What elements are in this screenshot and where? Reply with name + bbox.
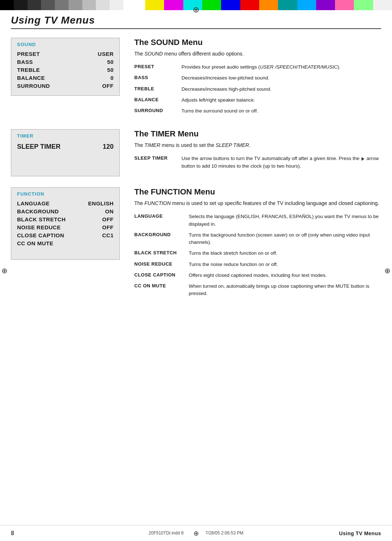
sound-treble-value: 50 — [107, 67, 114, 73]
top-compass-icon: ⊕ — [193, 5, 199, 15]
sound-section: SOUND PRESET USER BASS 50 TREBLE 50 BALA… — [11, 38, 381, 118]
sound-intro-em: SOUND — [144, 51, 163, 57]
function-menu-row-blackstretch: BLACK STRETCH OFF — [17, 216, 114, 222]
function-noisereduce-value: OFF — [102, 224, 114, 230]
color-bar-blue — [221, 0, 240, 10]
function-desc-cconmute-text: When turned on, automatically brings up … — [189, 283, 381, 298]
function-desc: The FUNCTION Menu The FUNCTION menu is u… — [134, 187, 381, 301]
function-closecaption-value: CC1 — [102, 232, 114, 238]
sound-desc-surround: SURROUND Turns the surround sound on or … — [134, 107, 381, 115]
function-cconmute-label: CC ON MUTE — [17, 240, 53, 246]
timer-menu-box: TIMER SLEEP TIMER 120 — [11, 129, 120, 176]
color-bar-white2 — [110, 0, 123, 10]
function-desc-table: LANGUAGE Selects the language (ENGLISH, … — [134, 213, 381, 297]
sound-desc-preset-text: Provides four preset audio settings (USE… — [181, 63, 381, 71]
footer-filename: 20F510TDr.indd 8 — [149, 530, 184, 536]
timer-intro: The TIMER menu is used to set the SLEEP … — [134, 142, 381, 149]
function-desc-noisereduce-label: NOISE REDUCE — [134, 261, 189, 267]
footer: 8 ⊕ 20F510TDr.indd 8 7/28/05 2:06:53 PM … — [0, 525, 392, 541]
color-bar-pink — [335, 0, 354, 10]
function-menu-row-language: LANGUAGE ENGLISH — [17, 200, 114, 206]
sound-desc: The SOUND Menu The SOUND menu offers dif… — [134, 38, 381, 118]
timer-desc-sleep-text: Use the arrow buttons to turn the TV aut… — [181, 155, 381, 170]
sound-desc-treble-text: Decreases/increases high-pitched sound. — [181, 86, 381, 93]
sound-desc-treble: TREBLE Decreases/increases high-pitched … — [134, 86, 381, 93]
function-desc-language: LANGUAGE Selects the language (ENGLISH, … — [134, 213, 381, 228]
sound-desc-surround-text: Turns the surround sound on or off. — [181, 107, 381, 115]
top-bar-center: ⊕ — [123, 0, 145, 10]
timer-desc-sleep: SLEEP TIMER Use the arrow buttons to tur… — [134, 155, 381, 170]
sound-preset-label: PRESET — [17, 51, 40, 57]
sound-menu-row-bass: BASS 50 — [17, 59, 114, 65]
color-bar-purple — [316, 0, 335, 10]
main-content: Using TV Menus SOUND PRESET USER BASS 50… — [11, 15, 381, 523]
timer-desc-table: SLEEP TIMER Use the arrow buttons to tur… — [134, 155, 381, 170]
sound-surround-label: SURROUND — [17, 83, 50, 89]
timer-sleep-row: SLEEP TIMER 120 — [17, 143, 114, 151]
function-desc-blackstretch: BLACK STRETCH Turns the black stretch fu… — [134, 250, 381, 257]
function-desc-background: BACKGROUND Turns the background function… — [134, 231, 381, 246]
sound-desc-preset: PRESET Provides four preset audio settin… — [134, 63, 381, 71]
function-menu-row-noisereduce: NOISE REDUCE OFF — [17, 224, 114, 230]
timer-sleep-label: SLEEP TIMER — [17, 143, 61, 151]
function-menu-row-background: BACKGROUND ON — [17, 208, 114, 214]
timer-intro-em2: SLEEP TIMER — [216, 142, 249, 148]
function-background-value: ON — [105, 208, 114, 214]
color-bar-orange — [259, 0, 278, 10]
sound-desc-bass-text: Decreases/increases low-pitched sound. — [181, 74, 381, 82]
page-title: Using TV Menus — [11, 15, 381, 29]
timer-desc-sleep-label: SLEEP TIMER — [134, 155, 181, 161]
color-bar-ltblue — [297, 0, 316, 10]
footer-file-info: 20F510TDr.indd 8 7/28/05 2:06:53 PM — [149, 525, 244, 541]
timer-section: TIMER SLEEP TIMER 120 The TIMER Menu The… — [11, 129, 381, 176]
sound-desc-balance-text: Adjusts left/right speaker balance. — [181, 97, 381, 104]
function-section: FUNCTION LANGUAGE ENGLISH BACKGROUND ON … — [11, 187, 381, 301]
color-bar-gray3 — [69, 0, 82, 10]
sound-title: The SOUND Menu — [134, 38, 381, 47]
function-desc-noisereduce-text: Turns the noise reduce function on or of… — [189, 261, 381, 268]
color-bar-teal — [278, 0, 297, 10]
color-bar-white — [96, 0, 110, 10]
sound-balance-label: BALANCE — [17, 75, 45, 81]
function-background-label: BACKGROUND — [17, 208, 59, 214]
function-intro-em: FUNCTION — [144, 200, 171, 206]
function-desc-noisereduce: NOISE REDUCE Turns the noise reduce func… — [134, 261, 381, 268]
color-bar-ltgreen — [354, 0, 373, 10]
function-desc-closecaption-label: CLOSE CAPTION — [134, 272, 189, 278]
function-closecaption-label: CLOSE CAPTION — [17, 232, 64, 238]
function-desc-closecaption: CLOSE CAPTION Offers eight closed captio… — [134, 272, 381, 279]
sound-bass-label: BASS — [17, 59, 33, 65]
timer-title: The TIMER Menu — [134, 129, 381, 139]
function-desc-cconmute: CC ON MUTE When turned on, automatically… — [134, 283, 381, 298]
color-bar-red — [240, 0, 259, 10]
function-blackstretch-value: OFF — [102, 216, 114, 222]
color-bar-gray2 — [55, 0, 69, 10]
function-desc-blackstretch-text: Turns the black stretch function on or o… — [189, 250, 381, 257]
color-bar-gray4 — [82, 0, 96, 10]
footer-timestamp: 7/28/05 2:06:53 PM — [205, 530, 244, 536]
function-desc-blackstretch-label: BLACK STRETCH — [134, 250, 189, 255]
sound-intro: The SOUND menu offers different audio op… — [134, 50, 381, 58]
color-bar-black2 — [14, 0, 28, 10]
sound-preset-italic: USER /SPEECH/THEATER/MUSIC — [260, 64, 338, 70]
sound-desc-bass: BASS Decreases/increases low-pitched sou… — [134, 74, 381, 82]
function-language-value: ENGLISH — [88, 200, 114, 206]
sound-desc-preset-label: PRESET — [134, 63, 181, 69]
sound-preset-value: USER — [98, 51, 114, 57]
sound-desc-balance: BALANCE Adjusts left/right speaker balan… — [134, 97, 381, 104]
timer-menu-header: TIMER — [17, 133, 114, 139]
sound-treble-label: TREBLE — [17, 67, 40, 73]
color-bar-magenta — [164, 0, 183, 10]
sound-menu-box: SOUND PRESET USER BASS 50 TREBLE 50 BALA… — [11, 38, 120, 96]
function-desc-cconmute-label: CC ON MUTE — [134, 283, 189, 288]
function-desc-language-text: Selects the language (ENGLISH, FRANCAIS,… — [189, 213, 381, 228]
color-bar-white3 — [373, 0, 392, 10]
color-bar-black1 — [0, 0, 14, 10]
function-desc-language-label: LANGUAGE — [134, 213, 189, 219]
sound-menu-row-balance: BALANCE 0 — [17, 75, 114, 81]
function-title: The FUNCTION Menu — [134, 187, 381, 197]
footer-left: 8 — [11, 530, 14, 537]
sound-menu-row-preset: PRESET USER — [17, 51, 114, 57]
timer-sleep-value: 120 — [103, 143, 114, 151]
sound-desc-surround-label: SURROUND — [134, 107, 181, 113]
